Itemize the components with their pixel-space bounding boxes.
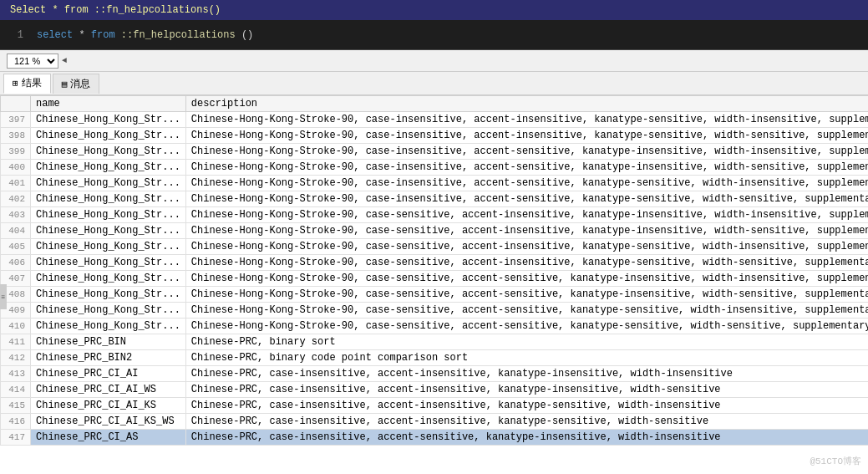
cell-description: Chinese-Hong-Kong-Stroke-90, case-insens… — [185, 160, 868, 176]
cell-name: Chinese_Hong_Kong_Str... — [31, 319, 186, 334]
cell-rownum: 399 — [1, 144, 31, 160]
cell-rownum: 417 — [1, 430, 31, 446]
cell-rownum: 412 — [1, 350, 31, 366]
cell-name: Chinese_PRC_CI_AI_KS — [31, 398, 186, 414]
cell-rownum: 405 — [1, 239, 31, 255]
cell-name: Chinese_Hong_Kong_Str... — [31, 128, 186, 144]
cell-description: Chinese-Hong-Kong-Stroke-90, case-insens… — [185, 144, 868, 160]
table-row[interactable]: 413Chinese_PRC_CI_AIChinese-PRC, case-in… — [1, 366, 869, 382]
col-name: name — [31, 96, 186, 112]
table-row[interactable]: 400Chinese_Hong_Kong_Str...Chinese-Hong-… — [1, 160, 869, 176]
cell-description: Chinese-PRC, case-insensitive, accent-in… — [185, 366, 868, 382]
cell-description: Chinese-PRC, case-insensitive, accent-in… — [185, 382, 868, 398]
cell-description: Chinese-Hong-Kong-Stroke-90, case-sensit… — [185, 207, 868, 223]
cell-description: Chinese-PRC, case-insensitive, accent-se… — [185, 430, 868, 446]
top-bar-text: Select * from ::fn_helpcollations() — [10, 4, 221, 16]
table-row[interactable]: 402Chinese_Hong_Kong_Str...Chinese-Hong-… — [1, 191, 869, 207]
sql-text: select * from ::fn_helpcollations () — [37, 29, 253, 41]
cell-rownum: 398 — [1, 128, 31, 144]
col-description: description — [185, 96, 868, 112]
cell-rownum: 410 — [1, 319, 31, 334]
table-row[interactable]: 416Chinese_PRC_CI_AI_KS_WSChinese-PRC, c… — [1, 414, 869, 430]
cell-description: Chinese-PRC, case-insensitive, accent-in… — [185, 398, 868, 414]
cell-name: Chinese_Hong_Kong_Str... — [31, 160, 186, 176]
zoom-select[interactable]: 121 % 100 % 150 % — [7, 54, 58, 69]
table-row[interactable]: 414Chinese_PRC_CI_AI_WSChinese-PRC, case… — [1, 382, 869, 398]
cell-rownum: 414 — [1, 382, 31, 398]
table-row[interactable]: 412Chinese_PRC_BIN2Chinese-PRC, binary c… — [1, 350, 869, 366]
table-row[interactable]: 407Chinese_Hong_Kong_Str...Chinese-Hong-… — [1, 271, 869, 287]
cell-name: Chinese_PRC_CI_AI_KS_WS — [31, 414, 186, 430]
results-table: name description 397Chinese_Hong_Kong_St… — [0, 95, 868, 446]
cell-rownum: 411 — [1, 334, 31, 350]
cell-name: Chinese_Hong_Kong_Str... — [31, 255, 186, 271]
cell-description: Chinese-Hong-Kong-Stroke-90, case-sensit… — [185, 303, 868, 319]
cell-name: Chinese_PRC_CI_AS — [31, 430, 186, 446]
table-row[interactable]: 397Chinese_Hong_Kong_Str...Chinese-Hong-… — [1, 112, 869, 128]
cell-name: Chinese_PRC_BIN — [31, 334, 186, 350]
line-number: 1 — [7, 29, 23, 41]
table-row[interactable]: 403Chinese_Hong_Kong_Str...Chinese-Hong-… — [1, 207, 869, 223]
cell-rownum: 416 — [1, 414, 31, 430]
table-row[interactable]: 410Chinese_Hong_Kong_Str...Chinese-Hong-… — [1, 319, 869, 334]
cell-name: Chinese_PRC_CI_AI — [31, 366, 186, 382]
cell-name: Chinese_Hong_Kong_Str... — [31, 207, 186, 223]
cell-name: Chinese_Hong_Kong_Str... — [31, 223, 186, 239]
table-header-row: name description — [1, 96, 869, 112]
cell-rownum: 397 — [1, 112, 31, 128]
cell-rownum: 413 — [1, 366, 31, 382]
tab-messages[interactable]: ▤ 消息 — [53, 74, 100, 94]
cell-name: Chinese_PRC_CI_AI_WS — [31, 382, 186, 398]
cell-description: Chinese-Hong-Kong-Stroke-90, case-sensit… — [185, 319, 868, 334]
zoom-arrow[interactable]: ◄ — [62, 56, 67, 65]
cell-description: Chinese-PRC, binary sort — [185, 334, 868, 350]
table-row[interactable]: 401Chinese_Hong_Kong_Str...Chinese-Hong-… — [1, 176, 869, 191]
cell-name: Chinese_Hong_Kong_Str... — [31, 176, 186, 191]
cell-description: Chinese-Hong-Kong-Stroke-90, case-sensit… — [185, 255, 868, 271]
cell-rownum: 403 — [1, 207, 31, 223]
table-row[interactable]: 406Chinese_Hong_Kong_Str...Chinese-Hong-… — [1, 255, 869, 271]
table-row[interactable]: 405Chinese_Hong_Kong_Str...Chinese-Hong-… — [1, 239, 869, 255]
zoom-bar: 121 % 100 % 150 % ◄ — [0, 50, 868, 72]
cell-description: Chinese-Hong-Kong-Stroke-90, case-insens… — [185, 176, 868, 191]
cell-name: Chinese_Hong_Kong_Str... — [31, 112, 186, 128]
cell-rownum: 400 — [1, 160, 31, 176]
watermark: @51CTO博客 — [810, 455, 861, 467]
col-rownum — [1, 96, 31, 112]
cell-name: Chinese_Hong_Kong_Str... — [31, 303, 186, 319]
table-row[interactable]: 399Chinese_Hong_Kong_Str...Chinese-Hong-… — [1, 144, 869, 160]
table-row[interactable]: 398Chinese_Hong_Kong_Str...Chinese-Hong-… — [1, 128, 869, 144]
table-row[interactable]: 411Chinese_PRC_BINChinese-PRC, binary so… — [1, 334, 869, 350]
sql-editor: 1 select * from ::fn_helpcollations () — [0, 20, 868, 50]
results-icon: ⊞ — [13, 78, 18, 89]
tabs-bar: ⊞ 结果 ▤ 消息 — [0, 72, 868, 95]
cell-rownum: 402 — [1, 191, 31, 207]
cell-rownum: 401 — [1, 176, 31, 191]
cell-description: Chinese-Hong-Kong-Stroke-90, case-sensit… — [185, 239, 868, 255]
cell-description: Chinese-Hong-Kong-Stroke-90, case-insens… — [185, 128, 868, 144]
cell-description: Chinese-Hong-Kong-Stroke-90, case-insens… — [185, 191, 868, 207]
tab-results[interactable]: ⊞ 结果 — [3, 74, 51, 94]
cell-description: Chinese-Hong-Kong-Stroke-90, case-insens… — [185, 112, 868, 128]
cell-description: Chinese-PRC, binary code point compariso… — [185, 350, 868, 366]
tab-results-label: 结果 — [22, 76, 42, 90]
table-row[interactable]: 408Chinese_Hong_Kong_Str...Chinese-Hong-… — [1, 287, 869, 303]
table-row[interactable]: 404Chinese_Hong_Kong_Str...Chinese-Hong-… — [1, 223, 869, 239]
cell-name: Chinese_Hong_Kong_Str... — [31, 287, 186, 303]
cell-rownum: 404 — [1, 223, 31, 239]
cell-name: Chinese_Hong_Kong_Str... — [31, 271, 186, 287]
table-row[interactable]: 417Chinese_PRC_CI_ASChinese-PRC, case-in… — [1, 430, 869, 446]
cell-name: Chinese_PRC_BIN2 — [31, 350, 186, 366]
cell-description: Chinese-PRC, case-insensitive, accent-in… — [185, 414, 868, 430]
tab-messages-label: 消息 — [70, 77, 90, 91]
results-container: name description 397Chinese_Hong_Kong_St… — [0, 95, 868, 474]
left-indicator: ≡ — [0, 284, 7, 309]
cell-description: Chinese-Hong-Kong-Stroke-90, case-sensit… — [185, 287, 868, 303]
cell-description: Chinese-Hong-Kong-Stroke-90, case-sensit… — [185, 271, 868, 287]
table-row[interactable]: 409Chinese_Hong_Kong_Str...Chinese-Hong-… — [1, 303, 869, 319]
cell-name: Chinese_Hong_Kong_Str... — [31, 144, 186, 160]
cell-description: Chinese-Hong-Kong-Stroke-90, case-sensit… — [185, 223, 868, 239]
cell-rownum: 406 — [1, 255, 31, 271]
top-bar: Select * from ::fn_helpcollations() — [0, 0, 868, 20]
table-row[interactable]: 415Chinese_PRC_CI_AI_KSChinese-PRC, case… — [1, 398, 869, 414]
